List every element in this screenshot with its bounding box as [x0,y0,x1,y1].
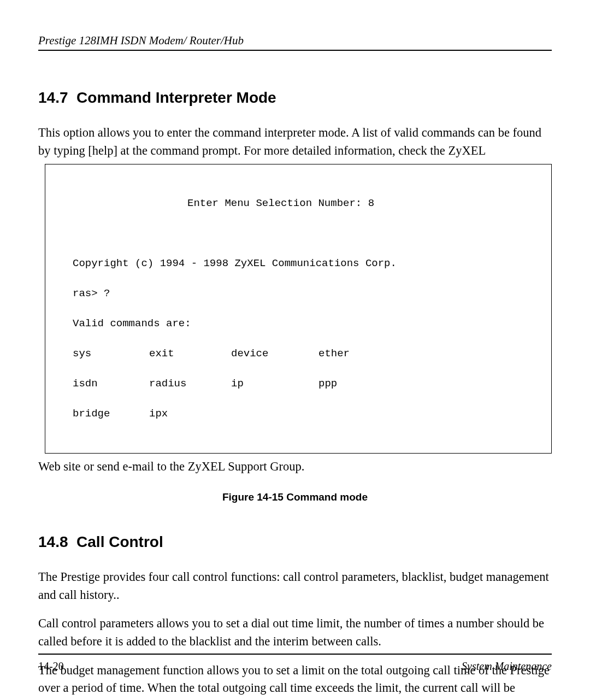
figure-caption: Figure 14-15 Command mode [38,491,552,503]
cmd-cell: sys [73,346,149,362]
section1-after-box: Web site or send e-mail to the ZyXEL Sup… [38,458,552,476]
section-number: 14.8 [38,533,68,550]
cmd-cell: ipx [149,407,231,422]
section-title: Call Control [76,533,163,550]
terminal-commands-row2: isdnradiusipppp [73,377,524,392]
cmd-cell: radius [149,377,231,392]
terminal-ras-prompt: ras> ? [73,286,524,302]
terminal-menu-selection: Enter Menu Selection Number: 8 [73,196,524,211]
terminal-commands-row1: sysexitdeviceether [73,346,524,362]
section-title: Command Interpreter Mode [76,89,276,106]
cmd-cell: ether [318,346,524,362]
terminal-output-box: Enter Menu Selection Number: 8 Copyright… [45,164,552,454]
terminal-commands-row3: bridgeipx [73,407,524,422]
section-heading-14-8: 14.8 Call Control [38,533,552,551]
terminal-valid-label: Valid commands are: [73,316,524,332]
cmd-cell: bridge [73,407,149,422]
page-header-title: Prestige 128IMH ISDN Modem/ Router/Hub [38,34,552,48]
cmd-cell: isdn [73,377,149,392]
cmd-cell: exit [149,346,231,362]
header-rule [38,50,552,51]
page-footer: 14-20 System Maintenance [38,654,552,673]
cmd-cell [231,407,318,422]
cmd-cell: ip [231,377,318,392]
section1-intro: This option allows you to enter the comm… [38,124,552,160]
cmd-cell [318,407,524,422]
cmd-cell: device [231,346,318,362]
terminal-copyright: Copyright (c) 1994 - 1998 ZyXEL Communic… [73,256,524,272]
section2-para2: Call control parameters allows you to se… [38,615,552,650]
cmd-cell: ppp [318,377,524,392]
section-heading-14-7: 14.7 Command Interpreter Mode [38,89,552,107]
footer-rule [38,654,552,655]
footer-section-name: System Maintenance [462,660,552,673]
footer-page-number: 14-20 [38,660,64,673]
section-number: 14.7 [38,89,68,106]
section2-para1: The Prestige provides four call control … [38,568,552,604]
